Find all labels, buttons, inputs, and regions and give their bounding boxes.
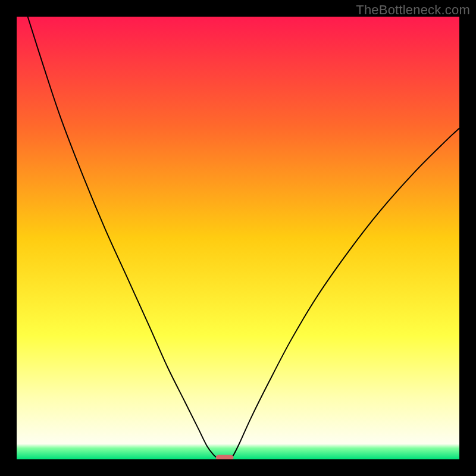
watermark-text: TheBottleneck.com (356, 2, 470, 18)
chart-background (17, 17, 459, 459)
plot-area (17, 17, 459, 459)
optimal-marker (216, 455, 234, 459)
chart-svg (17, 17, 459, 459)
chart-frame: TheBottleneck.com (0, 0, 476, 476)
